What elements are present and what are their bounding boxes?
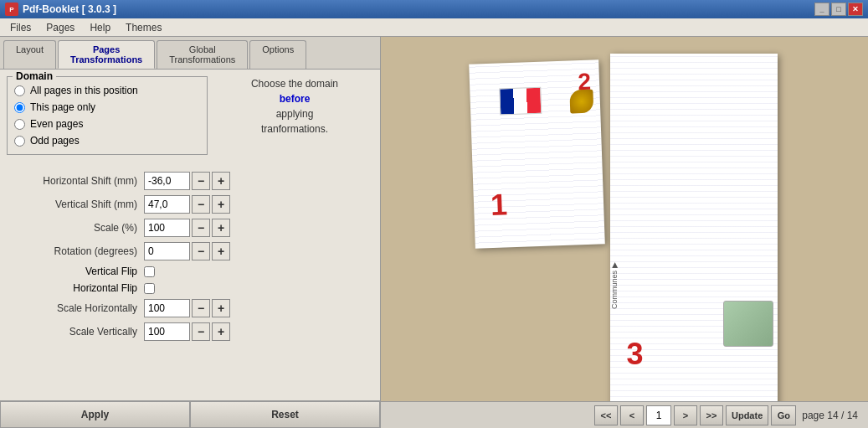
horizontal-shift-row: Horizontal Shift (mm) − +: [10, 172, 370, 190]
app-title: Pdf-Booklet [ 3.0.3 ]: [23, 3, 116, 15]
scale-plus[interactable]: +: [212, 219, 230, 237]
title-bar-controls: _ □ ✕: [814, 3, 863, 16]
radio-even-pages-input[interactable]: [14, 119, 25, 130]
menu-help[interactable]: Help: [83, 20, 117, 35]
radio-odd-pages: Odd pages: [14, 132, 200, 149]
pdf-page-left: 1 2: [469, 59, 605, 248]
scale-minus[interactable]: −: [192, 219, 210, 237]
scale-horizontally-input[interactable]: [144, 299, 190, 317]
menu-pages[interactable]: Pages: [39, 20, 81, 35]
nav-last-button[interactable]: >>: [700, 405, 723, 425]
main-area: Layout PagesTransformations GlobalTransf…: [0, 37, 868, 428]
app-icon: P: [5, 3, 18, 16]
scale-horizontally-row: Scale Horizontally − +: [10, 299, 370, 317]
scale-vertically-row: Scale Vertically − +: [10, 322, 370, 341]
vertical-flip-checkbox[interactable]: [144, 266, 155, 277]
scale-vertically-minus[interactable]: −: [192, 322, 210, 341]
radio-odd-pages-label: Odd pages: [30, 135, 80, 147]
flag-placeholder: [499, 87, 542, 116]
tab-pages-transformations[interactable]: PagesTransformations: [58, 40, 155, 69]
radio-all-pages: All pages in this position: [14, 82, 200, 99]
menu-themes[interactable]: Themes: [119, 20, 168, 35]
rotation-input[interactable]: [144, 242, 190, 260]
rotation-label: Rotation (degrees): [10, 245, 144, 257]
scale-horizontally-plus[interactable]: +: [212, 299, 230, 317]
radio-odd-pages-input[interactable]: [14, 136, 25, 147]
menu-files[interactable]: Files: [3, 20, 38, 35]
vertical-shift-minus[interactable]: −: [192, 195, 210, 214]
minimize-button[interactable]: _: [814, 3, 829, 16]
tab-layout[interactable]: Layout: [3, 40, 56, 69]
vertical-flip-label: Vertical Flip: [10, 266, 144, 277]
scale-vertically-input[interactable]: [144, 322, 190, 341]
horizontal-flip-checkbox[interactable]: [144, 283, 155, 294]
nav-go-button[interactable]: Go: [771, 405, 796, 425]
pdf-left-group: 1 2: [472, 62, 602, 246]
nav-first-button[interactable]: <<: [594, 405, 618, 425]
scale-label: Scale (%): [10, 222, 144, 234]
domain-legend: Domain: [13, 70, 56, 82]
vertical-shift-label: Vertical Shift (mm): [10, 199, 144, 210]
left-panel: Layout PagesTransformations GlobalTransf…: [0, 37, 381, 428]
bottom-buttons: Apply Reset: [0, 400, 380, 428]
rotation-row: Rotation (degrees) − +: [10, 242, 370, 260]
radio-even-pages-label: Even pages: [30, 118, 83, 130]
radio-even-pages: Even pages: [14, 116, 200, 132]
nav-prev-button[interactable]: <: [620, 405, 644, 425]
radio-this-page: This page only: [14, 99, 200, 116]
close-button[interactable]: ✕: [848, 3, 863, 16]
tab-options[interactable]: Options: [249, 40, 306, 69]
vertical-shift-input[interactable]: [144, 195, 190, 214]
menu-bar: Files Pages Help Themes: [0, 18, 868, 37]
vertical-shift-plus[interactable]: +: [212, 195, 230, 214]
nav-page-input[interactable]: [646, 405, 671, 425]
radio-all-pages-label: All pages in this position: [30, 85, 138, 96]
maximize-button[interactable]: □: [831, 3, 846, 16]
pdf-right-group: Communes ▶ 3: [610, 54, 778, 401]
page-number-3: 3: [627, 337, 644, 372]
pdf-area: 1 2 Communes ▶ 3: [381, 37, 868, 401]
horizontal-shift-minus[interactable]: −: [192, 172, 210, 190]
apply-button[interactable]: Apply: [0, 401, 190, 428]
vertical-text: Communes ▶: [610, 262, 619, 309]
pdf-page-right: Communes ▶ 3: [610, 54, 778, 401]
radio-this-page-label: This page only: [30, 101, 95, 113]
scale-vertically-label: Scale Vertically: [10, 326, 144, 338]
horizontal-flip-row: Horizontal Flip: [10, 282, 370, 294]
controls-section: Horizontal Shift (mm) − + Vertical Shift…: [7, 172, 373, 341]
vertical-flip-row: Vertical Flip: [10, 266, 370, 277]
title-bar-left: P Pdf-Booklet [ 3.0.3 ]: [5, 3, 116, 16]
title-bar: P Pdf-Booklet [ 3.0.3 ] _ □ ✕: [0, 0, 868, 18]
scale-vertically-plus[interactable]: +: [212, 322, 230, 341]
rotation-plus[interactable]: +: [212, 242, 230, 260]
scale-input[interactable]: [144, 219, 190, 237]
scale-horizontally-minus[interactable]: −: [192, 299, 210, 317]
tabs: Layout PagesTransformations GlobalTransf…: [0, 37, 380, 70]
radio-all-pages-input[interactable]: [14, 85, 25, 96]
right-panel: 1 2 Communes ▶ 3 << < >: [381, 37, 868, 428]
vertical-shift-row: Vertical Shift (mm) − +: [10, 195, 370, 214]
domain-section: Domain All pages in this position This p…: [7, 76, 208, 155]
reset-button[interactable]: Reset: [190, 401, 380, 428]
page-number-1: 1: [490, 187, 507, 223]
horizontal-shift-plus[interactable]: +: [212, 172, 230, 190]
nav-page-info: page 14 / 14: [799, 410, 861, 421]
scale-horizontally-label: Scale Horizontally: [10, 302, 144, 314]
nav-next-button[interactable]: >: [674, 405, 697, 425]
radio-this-page-input[interactable]: [14, 102, 25, 113]
nav-bar: << < > >> Update Go page 14 / 14: [381, 401, 868, 428]
page-num-2: 2: [577, 69, 591, 96]
nav-update-button[interactable]: Update: [726, 405, 768, 425]
map-placeholder: [723, 301, 773, 347]
horizontal-shift-label: Horizontal Shift (mm): [10, 175, 144, 187]
scale-row: Scale (%) − +: [10, 219, 370, 237]
domain-note-bold: before: [280, 93, 311, 105]
panel-content: Domain All pages in this position This p…: [0, 70, 380, 400]
domain-note: Choose the domain before applying tranfo…: [216, 76, 373, 163]
domain-row: Domain All pages in this position This p…: [7, 76, 373, 163]
rotation-minus[interactable]: −: [192, 242, 210, 260]
horizontal-shift-input[interactable]: [144, 172, 190, 190]
tab-global-transformations[interactable]: GlobalTransformations: [157, 40, 248, 69]
horizontal-flip-label: Horizontal Flip: [10, 282, 144, 294]
